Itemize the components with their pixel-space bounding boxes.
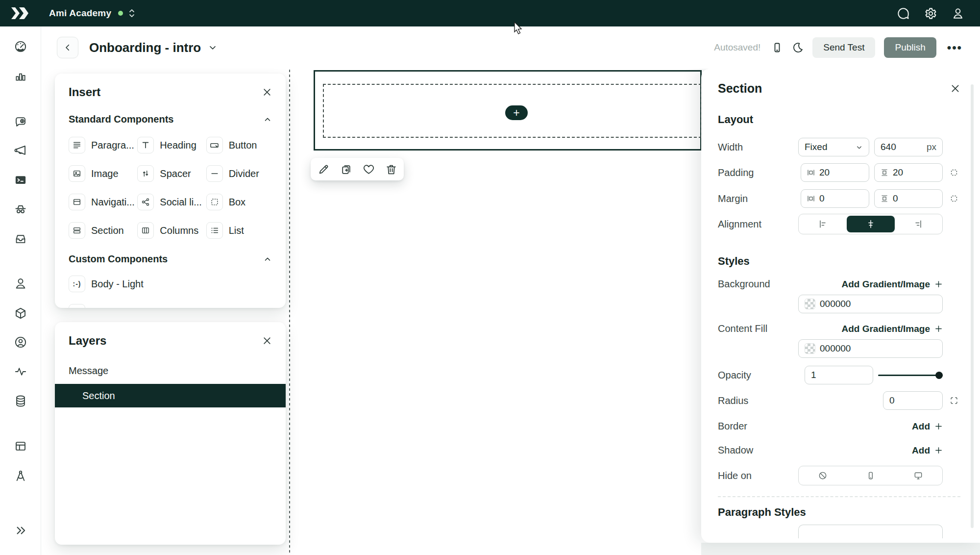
width-mode-select[interactable]: Fixed — [798, 138, 869, 156]
component-image[interactable]: Image — [69, 165, 134, 182]
duplicate-icon[interactable] — [340, 163, 352, 176]
component-section[interactable]: Section — [69, 222, 134, 239]
database-icon[interactable] — [14, 395, 27, 408]
inbox-icon[interactable] — [14, 232, 27, 246]
background-add-gradient-link[interactable]: Add Gradient/Image — [841, 279, 943, 290]
gear-icon[interactable] — [924, 7, 937, 20]
title-chevron-down-icon[interactable] — [208, 43, 218, 52]
margin-y-input[interactable]: 0 — [874, 189, 943, 208]
padding-sides-toggle[interactable] — [948, 168, 960, 177]
layer-item-section[interactable]: Section — [55, 384, 286, 407]
layer-item-message[interactable]: Message — [55, 360, 286, 381]
hide-none-button[interactable] — [799, 471, 847, 480]
message-media-icon[interactable] — [14, 115, 27, 128]
inspector-scrollbar[interactable] — [971, 84, 974, 528]
inspector-close-icon[interactable] — [950, 83, 960, 94]
slider-knob[interactable] — [935, 372, 943, 379]
layers-close-icon[interactable] — [262, 336, 272, 346]
opacity-slider[interactable] — [878, 371, 943, 379]
margin-x-input[interactable]: 0 — [801, 189, 869, 208]
user-icon[interactable] — [14, 277, 27, 290]
shadow-label: Shadow — [718, 445, 753, 456]
layout-panel-icon[interactable] — [14, 440, 27, 453]
terminal-icon[interactable] — [14, 174, 27, 187]
heading-icon — [137, 137, 154, 153]
mobile-preview-icon[interactable] — [771, 42, 783, 53]
component-spacer[interactable]: Spacer — [137, 165, 203, 182]
standard-components-header[interactable]: Standard Components — [69, 114, 272, 125]
background-color-input[interactable]: 000000 — [798, 295, 943, 313]
favorite-heart-icon[interactable] — [363, 163, 375, 176]
border-add-link[interactable]: Add — [912, 421, 943, 432]
more-options-button[interactable]: ••• — [945, 41, 964, 54]
custom-component-item-clipped[interactable]: :-| — [69, 304, 272, 308]
brand-logo-icon — [11, 7, 28, 20]
custom-component-body-light[interactable]: :-) Body - Light — [69, 276, 272, 292]
component-paragraph[interactable]: Paragra... — [69, 137, 134, 153]
width-unit: px — [927, 142, 936, 152]
paragraph-styles-heading: Paragraph Styles — [718, 506, 960, 519]
left-nav-rail — [0, 26, 41, 555]
paragraph-style-control[interactable] — [798, 525, 943, 538]
component-social-links[interactable]: Social li... — [137, 194, 203, 210]
delete-trash-icon[interactable] — [385, 163, 397, 176]
component-divider[interactable]: Divider — [206, 165, 272, 182]
bar-chart-icon[interactable] — [14, 70, 27, 82]
align-left-button[interactable] — [799, 219, 847, 229]
opacity-input[interactable]: 1 — [805, 366, 873, 384]
component-columns[interactable]: Columns — [137, 222, 203, 239]
margin-sides-toggle[interactable] — [948, 194, 960, 203]
paragraph-styles-clipped-row — [718, 525, 960, 538]
megaphone-icon[interactable] — [14, 144, 27, 157]
content-fill-color-input[interactable]: 000000 — [798, 339, 943, 358]
image-icon — [69, 165, 85, 182]
activity-icon[interactable] — [14, 365, 27, 378]
inspector-divider — [718, 496, 960, 497]
align-right-button[interactable] — [895, 219, 943, 229]
component-list[interactable]: List — [206, 222, 272, 239]
padding-y-input[interactable]: 20 — [874, 163, 943, 182]
width-value-input[interactable]: 640 px — [874, 138, 943, 156]
gauge-icon[interactable] — [14, 40, 27, 53]
shadow-add-link[interactable]: Add — [912, 445, 943, 456]
inspector-underlay — [701, 543, 980, 555]
content-fill-add-gradient-link[interactable]: Add Gradient/Image — [841, 324, 943, 334]
transparent-swatch-icon — [805, 343, 815, 354]
align-center-button[interactable] — [847, 216, 895, 232]
navigation-icon — [69, 194, 85, 210]
padding-row: Padding 20 20 — [718, 163, 960, 182]
user-circle-icon[interactable] — [14, 336, 27, 349]
component-button[interactable]: Button — [206, 137, 272, 153]
document-header: Onboarding - intro Autosaved! Send Test … — [41, 26, 980, 69]
standard-components-grid: Paragra... Heading Button Image — [69, 137, 272, 239]
add-component-button[interactable]: + — [505, 105, 528, 120]
back-button[interactable] — [57, 37, 78, 58]
dark-mode-moon-icon[interactable] — [792, 42, 804, 53]
transparent-swatch-icon — [805, 299, 815, 309]
insert-close-icon[interactable] — [262, 87, 272, 97]
edit-pencil-icon[interactable] — [318, 163, 330, 176]
chevrons-right-icon[interactable] — [14, 524, 27, 537]
cube-icon[interactable] — [14, 307, 27, 320]
custom-components-header[interactable]: Custom Components — [69, 253, 272, 265]
padding-x-input[interactable]: 20 — [801, 163, 869, 182]
insert-panel-title: Insert — [69, 85, 100, 99]
hide-desktop-button[interactable] — [894, 471, 942, 480]
component-heading[interactable]: Heading — [137, 137, 203, 153]
workspace-name: Ami Academy — [49, 8, 111, 19]
component-navigation[interactable]: Navigati... — [69, 194, 134, 210]
list-icon — [206, 222, 223, 239]
workspace-switcher[interactable]: Ami Academy — [49, 8, 136, 19]
send-test-button[interactable]: Send Test — [812, 37, 875, 58]
selected-section[interactable]: + — [314, 70, 702, 151]
radius-input[interactable]: 0 — [883, 391, 943, 410]
hide-on-segmented-control — [798, 466, 943, 485]
compass-icon[interactable] — [14, 470, 27, 483]
user-avatar-icon[interactable] — [952, 7, 964, 20]
chat-icon[interactable] — [897, 7, 910, 20]
spy-icon[interactable] — [14, 202, 27, 216]
radius-corners-toggle[interactable] — [948, 396, 960, 405]
publish-button[interactable]: Publish — [884, 37, 936, 58]
hide-mobile-button[interactable] — [847, 471, 895, 480]
component-box[interactable]: Box — [206, 194, 272, 210]
